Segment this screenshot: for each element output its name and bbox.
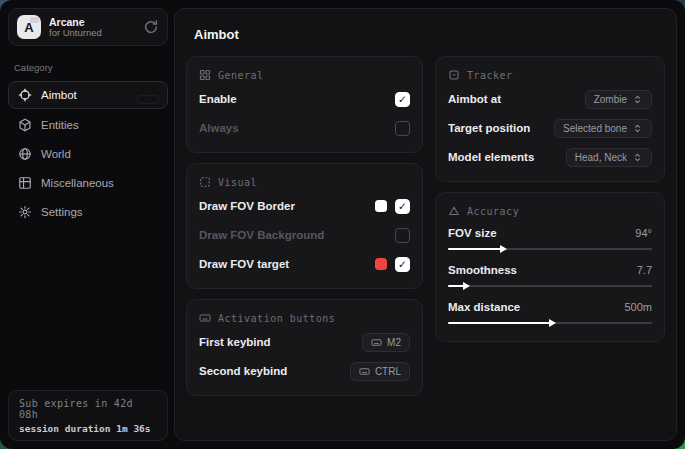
- fov-size-slider[interactable]: [448, 244, 652, 254]
- row-label: Enable: [199, 93, 237, 105]
- sidebar-nav: Aimbot Entities World: [8, 81, 168, 225]
- row-label: FOV size: [448, 227, 497, 239]
- slider-row-fov-size: FOV size 94°: [448, 227, 652, 254]
- category-label: Category: [14, 62, 164, 73]
- grid-icon: [18, 176, 32, 190]
- card-title: Activation buttons: [218, 313, 335, 324]
- row-label: Model elements: [448, 151, 534, 163]
- page-title: Aimbot: [194, 27, 665, 42]
- refresh-icon[interactable]: [143, 19, 159, 35]
- row-label: Always: [199, 122, 239, 134]
- app-logo: A: [17, 15, 41, 39]
- sidebar-item-settings[interactable]: Settings: [8, 199, 168, 225]
- slider-value: 94°: [635, 227, 652, 239]
- sidebar-item-label: Settings: [41, 206, 83, 218]
- sidebar-item-label: Miscellaneous: [41, 177, 114, 189]
- color-swatch[interactable]: [375, 200, 387, 212]
- row-label: Draw FOV target: [199, 258, 289, 270]
- sidebar-item-label: World: [41, 148, 71, 160]
- row-label: Aimbot at: [448, 93, 501, 105]
- fov-background-checkbox[interactable]: [395, 228, 410, 243]
- card-title: General: [218, 70, 264, 81]
- gear-icon: [18, 205, 32, 219]
- second-keybind-button[interactable]: CTRL: [350, 362, 410, 381]
- sidebar-item-aimbot[interactable]: Aimbot: [8, 81, 168, 109]
- tracker-card: Tracker Aimbot at Zombie: [435, 56, 665, 182]
- toggle-row-fov-target: Draw FOV target: [199, 253, 410, 275]
- slider-fill: [448, 248, 501, 250]
- app-window: A Arcane for Unturned Category Aimbot: [0, 0, 685, 449]
- target-position-select[interactable]: Selected bone: [554, 119, 652, 138]
- toggle-row-fov-background: Draw FOV Background: [199, 224, 410, 246]
- sidebar-item-entities[interactable]: Entities: [8, 112, 168, 138]
- keybind-row-first: First keybind M2: [199, 331, 410, 353]
- select-row-aimbot-at: Aimbot at Zombie: [448, 88, 652, 110]
- keyboard-icon: [359, 366, 370, 377]
- crosshair-icon: [18, 88, 32, 102]
- chevron-up-down-icon: [632, 94, 643, 105]
- triangle-icon: [448, 205, 460, 217]
- aimbot-at-select[interactable]: Zombie: [585, 90, 652, 109]
- dashed-box-icon: [199, 176, 211, 188]
- slider-fill: [448, 285, 464, 287]
- row-label: Second keybind: [199, 365, 287, 377]
- general-card: General Enable Always: [186, 56, 423, 153]
- accuracy-card: Accuracy FOV size 94°: [435, 192, 665, 342]
- select-row-target-position: Target position Selected bone: [448, 117, 652, 139]
- keybind-hint: [137, 95, 159, 104]
- keyboard-icon: [199, 312, 211, 324]
- sidebar-item-label: Entities: [41, 119, 79, 131]
- toggle-row-always: Always: [199, 117, 410, 139]
- row-label: Smoothness: [448, 264, 517, 276]
- fov-target-checkbox[interactable]: [395, 257, 410, 272]
- keyboard-icon: [371, 337, 382, 348]
- select-value: Head, Neck: [575, 152, 627, 163]
- cube-icon: [18, 118, 32, 132]
- card-title: Visual: [218, 177, 257, 188]
- app-subtitle: for Unturned: [49, 28, 135, 39]
- sidebar-item-miscellaneous[interactable]: Miscellaneous: [8, 170, 168, 196]
- slider-value: 500m: [624, 301, 652, 313]
- model-elements-select[interactable]: Head, Neck: [566, 148, 652, 167]
- select-value: Zombie: [594, 94, 627, 105]
- row-label: First keybind: [199, 336, 271, 348]
- smoothness-slider[interactable]: [448, 281, 652, 291]
- sidebar: A Arcane for Unturned Category Aimbot: [8, 8, 168, 441]
- row-label: Target position: [448, 122, 530, 134]
- keybind-row-second: Second keybind CTRL: [199, 360, 410, 382]
- color-swatch[interactable]: [375, 258, 387, 270]
- card-title: Accuracy: [467, 206, 519, 217]
- keybind-value: M2: [387, 337, 401, 348]
- slider-row-max-distance: Max distance 500m: [448, 301, 652, 328]
- sidebar-item-label: Aimbot: [41, 89, 77, 101]
- session-duration-text: session duration 1m 36s: [19, 423, 157, 434]
- select-row-model-elements: Model elements Head, Neck: [448, 146, 652, 168]
- chevron-up-down-icon: [632, 152, 643, 163]
- row-label: Draw FOV Border: [199, 200, 295, 212]
- app-header: A Arcane for Unturned: [8, 8, 168, 46]
- sidebar-item-world[interactable]: World: [8, 141, 168, 167]
- row-label: Draw FOV Background: [199, 229, 324, 241]
- sub-expiry-text: Sub expires in 42d 08h: [19, 398, 157, 420]
- max-distance-slider[interactable]: [448, 318, 652, 328]
- target-box-icon: [448, 69, 460, 81]
- visual-card: Visual Draw FOV Border Draw FOV Backgrou…: [186, 163, 423, 289]
- select-value: Selected bone: [563, 123, 627, 134]
- main-panel: Aimbot General Enable: [174, 8, 677, 441]
- toggle-row-fov-border: Draw FOV Border: [199, 195, 410, 217]
- chevron-up-down-icon: [632, 123, 643, 134]
- row-label: Max distance: [448, 301, 520, 313]
- fov-border-checkbox[interactable]: [395, 199, 410, 214]
- toggle-row-enable: Enable: [199, 88, 410, 110]
- always-checkbox[interactable]: [395, 121, 410, 136]
- enable-checkbox[interactable]: [395, 92, 410, 107]
- card-title: Tracker: [467, 70, 513, 81]
- first-keybind-button[interactable]: M2: [362, 333, 410, 352]
- globe-icon: [18, 147, 32, 161]
- slider-fill: [448, 322, 550, 324]
- subscription-info: Sub expires in 42d 08h session duration …: [8, 390, 168, 441]
- app-name: Arcane: [49, 16, 135, 28]
- keybind-value: CTRL: [375, 366, 401, 377]
- slider-value: 7.7: [637, 264, 652, 276]
- slider-row-smoothness: Smoothness 7.7: [448, 264, 652, 291]
